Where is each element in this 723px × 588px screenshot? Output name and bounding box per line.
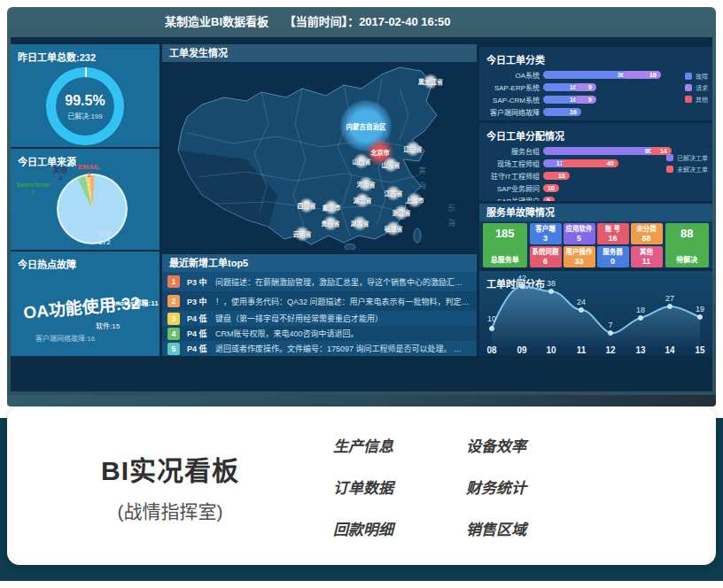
svg-text:42: 42 <box>517 274 526 282</box>
pending-tile: 88 待解决 <box>665 223 710 267</box>
map-point[interactable]: 湖南省 <box>348 212 371 235</box>
svg-text:19: 19 <box>696 305 704 313</box>
panel-ticket-map: 工单发生情况 <box>162 44 477 251</box>
svg-text:11: 11 <box>577 345 587 354</box>
menu-item-sales-region[interactable]: 销售区域 <box>466 517 599 539</box>
bar-segment: 16 <box>543 108 581 116</box>
ticket-desc: CRM账号权限，来电400咨询中请退回。 <box>215 328 359 339</box>
bar-row: SAP关键用户 5 <box>479 195 712 201</box>
panel-title: 工单发生情况 <box>162 44 477 62</box>
panel-title: 服务单故障情况 <box>479 204 712 221</box>
svg-text:12: 12 <box>605 345 616 354</box>
fault-tile: 账 号16 <box>597 223 629 244</box>
svg-text:15: 15 <box>695 345 705 354</box>
dashboard-title-bar: 某制造业BI数据看板 【当前时间】：2017-02-40 16:50 <box>7 7 716 37</box>
menu-item-equipment-efficiency[interactable]: 设备效率 <box>466 434 599 456</box>
svg-text:14: 14 <box>665 345 675 354</box>
donut-center: 99.5% 已解决:199 <box>56 77 114 135</box>
menu-item-production-info[interactable]: 生产信息 <box>333 434 466 456</box>
map-point[interactable]: 四川省 <box>295 194 318 217</box>
current-time-label: 【当前时间】：2017-02-40 16:50 <box>284 15 451 28</box>
bar-row: SAP业务顾问 10 <box>479 182 712 194</box>
card-title-block: BI实况看板 (战情指挥室) <box>7 449 333 523</box>
ticket-row[interactable]: 1 P3 中 问题描述：在薪酬激励管理，激励汇总里，导这个销售中心的激励汇总，有… <box>162 272 477 291</box>
resolve-rate-value: 99.5% <box>65 93 105 109</box>
pie-label-sametime: Sametime7 <box>16 181 50 197</box>
map-point[interactable]: 湖北省 <box>351 189 374 212</box>
ticket-row[interactable]: 2 P3 中 ！，使用事务代码：QA32 问题描述：用户来电表示有一批物料，判定… <box>162 291 477 311</box>
card-title: BI实况看板 <box>7 449 333 488</box>
rank-badge: 2 <box>167 295 180 307</box>
bar-segment: 40 <box>562 159 618 167</box>
ticket-desc: 退回或者作废操作。文件编号：175097 询问工程师是否可以处理。 需联系：00… <box>215 343 470 354</box>
fault-tile: 客户端3 <box>530 223 562 244</box>
map-point[interactable]: 云南省 <box>291 222 314 245</box>
bi-board-card: BI实况看板 (战情指挥室) 生产信息 设备效率 订单数据 财务统计 回款明细 … <box>7 407 716 565</box>
map-point[interactable]: 贵州省 <box>319 212 342 235</box>
fault-tile: 应用软件5 <box>564 223 595 244</box>
bar-segment: 9 <box>575 83 596 91</box>
svg-text:13: 13 <box>635 345 646 354</box>
panel-ticket-classify: 今日工单分类 OA系统 36 16 SAP-ERP系统 16 9 SAP-CRM… <box>479 47 712 120</box>
rank-badge: 4 <box>167 328 180 340</box>
legend-swatch <box>685 84 692 91</box>
panel-top5-tickets: 最近新增工单top5 1 P3 中 问题描述：在薪酬激励管理，激励汇总里，导这个… <box>162 254 477 356</box>
classify-legend: 故障 请求 其他 <box>685 72 708 106</box>
map-point[interactable]: 山东省 <box>379 153 402 176</box>
bar-segment: 9 <box>575 96 596 104</box>
donut-chart: 99.5% 已解决:199 <box>46 67 124 145</box>
resolved-count: 已解决:199 <box>67 111 103 120</box>
svg-text:10: 10 <box>487 314 496 323</box>
bar-row: SAP-CRM系统 16 9 <box>479 94 712 105</box>
menu-item-order-data[interactable]: 订单数据 <box>333 476 466 498</box>
rank-badge: 5 <box>167 343 180 355</box>
svg-text:7: 7 <box>608 321 612 329</box>
bar-row: SAP-ERP系统 16 9 <box>479 81 712 93</box>
map-point[interactable]: 福建省 <box>382 217 405 240</box>
dashboard-frame: 某制造业BI数据看板 【当前时间】：2017-02-40 16:50 昨日工单总… <box>7 7 716 395</box>
panel-title: 今日热点故障 <box>11 251 159 273</box>
priority: P4 低 <box>180 313 215 324</box>
fault-tile: 其他11 <box>631 246 663 267</box>
ticket-row[interactable]: 5 P4 低 退回或者作废操作。文件编号：175097 询问工程师是否可以处理。… <box>162 341 477 356</box>
panel-hotspot-fault: 今日热点故障 OA功能使用:32 Inotes邮箱:11 软件:15 客户端网络… <box>11 251 159 356</box>
fault-tile: 未分类88 <box>631 223 663 244</box>
legend-swatch <box>666 166 673 173</box>
rank-badge: 3 <box>167 313 180 325</box>
pie-chart <box>57 174 128 244</box>
map-point[interactable]: 黑龙江省 <box>419 70 442 93</box>
pie-label-other: 其他4 <box>53 166 67 182</box>
rank-badge: 1 <box>167 275 180 288</box>
cloud-word: 客户端网络故障:16 <box>35 333 95 343</box>
bar-segment: 80 <box>543 147 657 155</box>
ticket-row[interactable]: 3 P4 低 键盘（第一排字母不好用经常需要重启才能用） <box>162 311 477 326</box>
dashboard-title: 某制造业BI数据看板 <box>165 15 268 28</box>
fault-tile: 系统问题6 <box>530 246 562 267</box>
menu-item-payment-detail[interactable]: 回款明细 <box>333 517 466 539</box>
fault-tiles: 185 总服务单 客户端3 应用软件5 账 号16 未分类88 系统问题6 用户… <box>479 221 712 268</box>
pie-label-email: EMAIL2 <box>78 163 100 179</box>
card-menu: 生产信息 设备效率 订单数据 财务统计 回款明细 销售区域 <box>333 434 599 539</box>
panel-yesterday-total: 昨日工单总数:232 99.5% 已解决:199 <box>11 44 159 147</box>
svg-text:38: 38 <box>547 279 556 288</box>
monitor-bottom-edge <box>7 395 716 406</box>
ticket-desc: ！，使用事务代码：QA32 问题描述：用户来电表示有一批物料，判定为不合格，在S… <box>215 296 470 307</box>
total-service-tile: 185 总服务单 <box>483 223 527 267</box>
ticket-desc: 问题描述：在薪酬激励管理，激励汇总里，导这个销售中心的激励汇总，有个人（0004… <box>215 276 470 288</box>
map-point[interactable]: 辽宁省 <box>401 137 424 160</box>
panel-service-fault: 服务单故障情况 185 总服务单 客户端3 应用软件5 账 号16 未分类88 … <box>479 204 712 268</box>
card-subtitle: (战情指挥室) <box>7 497 333 523</box>
cloud-word: Inotes邮箱:11 <box>113 298 159 307</box>
china-map: 黄 海 东 海 内蒙古自治区 北京市 黑龙江省 辽宁省 山西省 山东省 河南省 … <box>162 62 477 250</box>
pie-label-phone: 电话172 <box>97 230 112 246</box>
menu-item-finance-stats[interactable]: 财务统计 <box>466 476 599 498</box>
bar-segment: 18 <box>543 172 570 180</box>
svg-text:18: 18 <box>636 306 645 314</box>
panel-title: 最近新增工单top5 <box>162 254 477 272</box>
priority: P4 低 <box>180 328 215 339</box>
map-point[interactable]: 山西省 <box>350 150 373 173</box>
bar-segment: 16 <box>623 71 661 79</box>
ticket-row[interactable]: 4 P4 低 CRM账号权限，来电400咨询中请退回。 <box>162 326 477 341</box>
fault-tile: 服务器0 <box>597 246 629 267</box>
priority: P4 低 <box>180 343 215 354</box>
